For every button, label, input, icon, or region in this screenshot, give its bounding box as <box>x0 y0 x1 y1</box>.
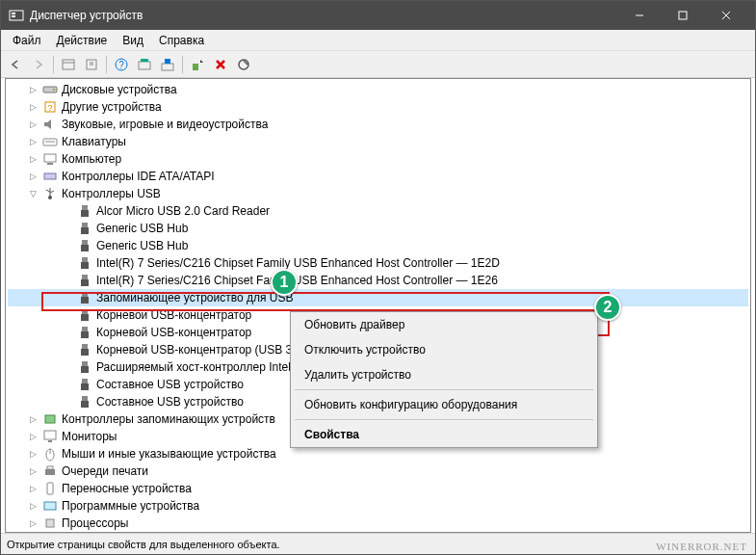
svg-rect-51 <box>82 344 88 349</box>
ctx-disable-device[interactable]: Отключить устройство <box>291 337 597 362</box>
expand-caret-icon[interactable]: ▷ <box>27 172 39 181</box>
uninstall-button[interactable] <box>210 54 231 75</box>
storage-icon <box>42 411 58 427</box>
svg-rect-58 <box>81 401 89 408</box>
expand-caret-icon[interactable]: ▷ <box>27 466 39 476</box>
tree-item[interactable]: Generic USB Hub <box>8 237 748 254</box>
tree-item-label: Корневой USB-концентратор (USB 3.0) <box>96 343 305 357</box>
svg-rect-42 <box>81 262 89 269</box>
svg-rect-41 <box>82 257 88 262</box>
svg-rect-14 <box>139 62 150 69</box>
monitor-icon <box>42 429 58 444</box>
expand-caret-icon[interactable]: ▷ <box>27 154 39 164</box>
svg-line-33 <box>46 190 50 192</box>
tree-item-label: Звуковые, игровые и видеоустройства <box>62 118 268 131</box>
expand-caret-icon[interactable]: ▷ <box>27 137 39 146</box>
svg-text:?: ? <box>47 103 52 113</box>
tree-item[interactable]: ▷Процессоры <box>8 515 748 532</box>
expand-caret-icon[interactable]: ▷ <box>27 449 39 459</box>
tree-item-label: Программные устройства <box>62 499 199 513</box>
tree-item-label: Очереди печати <box>62 464 148 478</box>
tree-item-label: Контроллеры USB <box>62 187 161 200</box>
menu-file[interactable]: Файл <box>5 32 49 49</box>
toolbar: ? <box>1 51 755 78</box>
tree-item-label: Процессоры <box>62 516 129 530</box>
expand-caret-icon[interactable]: ▷ <box>27 518 39 528</box>
expand-caret-icon[interactable]: ▷ <box>27 119 39 129</box>
tree-item[interactable]: ▷Компьютер <box>8 150 748 168</box>
svg-rect-1 <box>12 13 15 14</box>
tree-item[interactable]: Запоминающее устройство для USB <box>8 289 748 306</box>
ctx-update-driver[interactable]: Обновить драйвер <box>291 312 597 337</box>
annotation-badge-1: 1 <box>271 269 298 296</box>
tree-item[interactable]: Intel(R) 7 Series/C216 Chipset Family US… <box>8 254 748 272</box>
usb-plug-icon <box>77 273 92 288</box>
menubar: Файл Действие Вид Справка <box>1 30 755 51</box>
svg-rect-7 <box>63 60 74 69</box>
menu-help[interactable]: Справка <box>151 32 212 49</box>
tree-item[interactable]: ▷Контроллеры IDE ATA/ATAPI <box>8 168 748 185</box>
expand-caret-icon[interactable]: ▷ <box>27 85 39 94</box>
disk-icon <box>42 82 58 97</box>
tree-item[interactable]: ▷Переносные устройства <box>8 480 748 497</box>
minimize-button[interactable] <box>617 1 661 30</box>
ctx-properties[interactable]: Свойства <box>291 422 597 447</box>
svg-rect-57 <box>82 396 88 401</box>
svg-rect-48 <box>81 314 89 321</box>
tree-item[interactable]: Intel(R) 7 Series/C216 Chipset Family US… <box>8 272 748 289</box>
expand-caret-icon[interactable]: ▷ <box>27 414 39 424</box>
tree-item-label: Контроллеры IDE ATA/ATAPI <box>62 170 215 183</box>
svg-rect-39 <box>82 240 88 245</box>
show-hidden-button[interactable] <box>58 54 79 75</box>
svg-rect-66 <box>47 483 53 494</box>
tree-item[interactable]: ▷Звуковые, игровые и видеоустройства <box>8 116 748 133</box>
tree-item-label: Мыши и иные указывающие устройства <box>62 447 276 461</box>
tree-item[interactable]: ▽Контроллеры USB <box>8 185 748 202</box>
tree-item-label: Generic USB Hub <box>96 239 188 252</box>
tree-item[interactable]: ▷Программные устройства <box>8 497 748 515</box>
tree-item-label: Корневой USB-концентратор <box>96 326 251 339</box>
usb-plug-icon <box>77 255 92 271</box>
svg-rect-17 <box>165 59 170 64</box>
maximize-button[interactable] <box>661 1 704 30</box>
forward-button[interactable] <box>28 54 49 75</box>
ctx-remove-device[interactable]: Удалить устройство <box>291 362 597 387</box>
ctx-update-config[interactable]: Обновить конфигурацию оборудования <box>291 392 597 417</box>
tree-item[interactable]: Alcor Micro USB 2.0 Card Reader <box>8 202 748 220</box>
update-driver-button[interactable] <box>187 54 208 75</box>
expand-caret-icon[interactable]: ▷ <box>27 432 39 441</box>
svg-rect-28 <box>44 154 56 162</box>
tree-item[interactable]: ▷?Другие устройства <box>8 98 748 116</box>
close-button[interactable] <box>704 1 747 30</box>
svg-rect-40 <box>81 245 89 251</box>
tree-item[interactable]: ▷Дисковые устройства <box>8 81 748 98</box>
expand-caret-icon[interactable]: ▷ <box>27 102 39 112</box>
tree-item-label: Мониторы <box>62 430 117 443</box>
tree-item[interactable]: ▷Очереди печати <box>8 462 748 480</box>
software-icon <box>42 498 58 514</box>
svg-rect-54 <box>81 366 89 373</box>
scan-hardware-button[interactable] <box>157 54 178 75</box>
annotation-badge-2: 2 <box>594 294 621 321</box>
svg-rect-56 <box>81 383 89 390</box>
expand-caret-icon[interactable]: ▷ <box>27 484 39 493</box>
tree-item[interactable]: Generic USB Hub <box>8 220 748 237</box>
help-button[interactable]: ? <box>111 54 132 75</box>
svg-rect-59 <box>45 415 55 423</box>
scan-button[interactable] <box>134 54 155 75</box>
tree-item[interactable]: ▷Клавиатуры <box>8 133 748 150</box>
device-tree[interactable]: ▷Дисковые устройства▷?Другие устройства▷… <box>5 78 751 533</box>
svg-rect-35 <box>82 205 88 210</box>
ctx-separator <box>295 419 593 420</box>
disable-button[interactable] <box>233 54 254 75</box>
properties-button[interactable] <box>81 54 102 75</box>
back-button[interactable] <box>5 54 26 75</box>
usb-plug-icon <box>77 377 92 392</box>
menu-action[interactable]: Действие <box>49 32 116 49</box>
expand-caret-icon[interactable]: ▽ <box>27 189 39 198</box>
menu-view[interactable]: Вид <box>115 32 151 49</box>
usb-plug-icon <box>77 342 92 357</box>
expand-caret-icon[interactable]: ▷ <box>27 501 39 511</box>
tree-item-label: Компьютер <box>62 152 121 166</box>
svg-rect-2 <box>12 15 15 17</box>
